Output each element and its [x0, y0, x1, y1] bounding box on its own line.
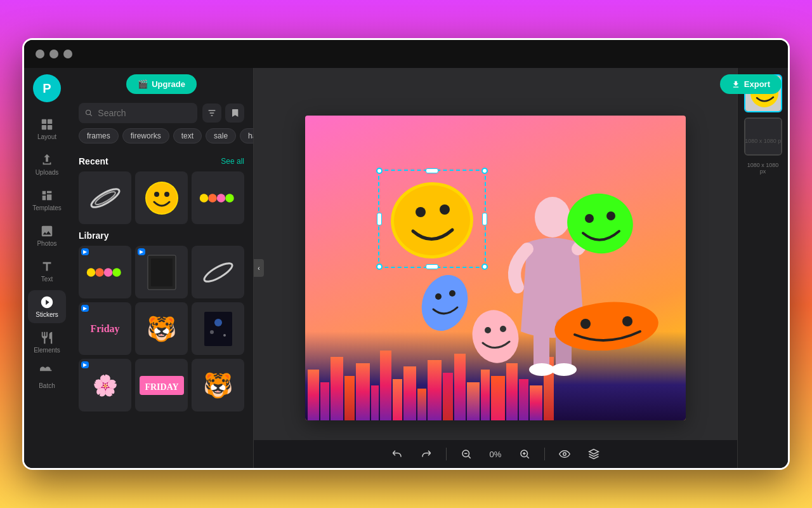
svg-point-23	[210, 330, 214, 334]
svg-rect-19	[151, 258, 173, 286]
svg-point-7	[147, 183, 177, 213]
browser-dot-3	[63, 50, 72, 58]
tag-sale[interactable]: sale	[206, 128, 236, 144]
svg-point-35	[551, 363, 577, 376]
sidebar-label-stickers: Stickers	[36, 311, 58, 318]
svg-point-47	[500, 326, 506, 332]
svg-point-4	[89, 185, 121, 210]
canvas-toolbar: 0%	[254, 440, 737, 468]
browser-titlebar	[24, 40, 788, 68]
export-button[interactable]: Export	[720, 74, 782, 94]
svg-point-13	[225, 194, 234, 203]
sidebar-item-text[interactable]: Text	[28, 255, 66, 288]
sticker-flowers[interactable]: ▶ 🌸	[79, 359, 131, 411]
sidebar-item-elements[interactable]: Elements	[28, 326, 66, 359]
sticker-tiger2[interactable]: 🐯	[192, 359, 244, 411]
bookmark-button[interactable]	[225, 104, 244, 123]
filter-tags: frames fireworks text sale happ	[70, 128, 253, 150]
smiley-pink	[470, 306, 521, 363]
handle-tm[interactable]	[426, 168, 438, 173]
tag-fireworks[interactable]: fireworks	[122, 128, 169, 144]
handle-lm[interactable]	[377, 213, 382, 225]
sidebar-icons: P Layout Uploads Te	[24, 68, 70, 468]
sticker-smiley-yellow-recent[interactable]	[135, 171, 188, 224]
library-sticker-grid: ▶ ▶	[79, 246, 244, 411]
sidebar-item-templates[interactable]: Templates	[28, 184, 66, 217]
svg-point-45	[470, 306, 521, 363]
search-icon	[85, 109, 93, 117]
canvas-area[interactable]: ‹	[254, 68, 737, 468]
smiley-blue	[419, 268, 470, 331]
toolbar-divider-2	[544, 448, 545, 460]
sticker-space-frame[interactable]	[192, 302, 244, 355]
redo-icon	[421, 448, 432, 460]
eye-button[interactable]	[555, 444, 574, 464]
uploads-icon	[40, 153, 54, 167]
zoom-in-button[interactable]	[515, 444, 534, 464]
filter-button[interactable]	[202, 104, 221, 123]
svg-rect-0	[42, 119, 46, 124]
svg-point-30	[440, 204, 450, 215]
undo-button[interactable]	[388, 444, 407, 464]
sticker-badge-3: ▶	[81, 305, 89, 312]
panel-scroll: Recent See all	[70, 150, 253, 468]
svg-point-37	[585, 214, 594, 223]
canvas-right-wrapper: ‹	[254, 68, 788, 468]
search-input[interactable]	[98, 108, 191, 118]
zoom-in-icon	[519, 448, 530, 460]
canvas-background	[305, 116, 686, 420]
sticker-frame-dark[interactable]: ▶	[135, 246, 188, 298]
library-title: Library	[79, 231, 108, 241]
sticker-badge-2: ▶	[138, 248, 145, 255]
eye-icon	[559, 448, 570, 460]
zoom-out-icon	[461, 448, 472, 460]
handle-bl[interactable]	[376, 264, 383, 270]
sticker-friday-label[interactable]: FRIDAY	[135, 359, 188, 411]
panel-collapse-button[interactable]: ‹	[254, 259, 264, 277]
search-bar[interactable]	[79, 103, 197, 123]
zoom-value: 0%	[486, 450, 505, 459]
sticker-swirl[interactable]	[79, 171, 131, 224]
sticker-tiger[interactable]: 🐯	[135, 302, 188, 355]
svg-point-11	[208, 194, 217, 203]
selected-sticker-container[interactable]	[388, 179, 476, 264]
sticker-saturn[interactable]	[192, 246, 244, 298]
svg-point-8	[154, 192, 159, 197]
svg-point-10	[199, 194, 208, 203]
sidebar-label-batch: Batch	[39, 382, 55, 389]
stickers-icon	[40, 295, 54, 309]
text-icon	[40, 260, 54, 274]
sidebar-item-uploads[interactable]: Uploads	[28, 148, 66, 181]
upgrade-button[interactable]: 🎬 Upgrade	[126, 74, 197, 94]
svg-rect-21	[204, 312, 232, 346]
zoom-out-button[interactable]	[457, 444, 476, 464]
layer-button[interactable]	[584, 444, 603, 464]
sticker-neon-balls[interactable]: ▶	[79, 246, 131, 298]
tag-happy[interactable]: happ	[240, 128, 253, 144]
svg-rect-55	[745, 119, 782, 156]
preview-thumb-2[interactable]: 1080 x 1080 px	[744, 117, 782, 156]
bookmark-icon	[230, 108, 240, 118]
handle-tl[interactable]	[376, 168, 383, 174]
svg-point-46	[485, 327, 491, 333]
svg-point-34	[529, 363, 554, 376]
sidebar-item-stickers[interactable]: Stickers	[28, 290, 66, 323]
sticker-colorball[interactable]	[192, 171, 244, 224]
stickers-panel: 🎬 Upgrade	[70, 68, 254, 468]
browser-dot-1	[36, 50, 44, 58]
sidebar-item-batch[interactable]: Batch	[28, 361, 66, 394]
see-all-button[interactable]: See all	[221, 157, 244, 166]
sticker-friday-animated[interactable]: ▶ Friday	[79, 302, 131, 355]
redo-button[interactable]	[417, 444, 436, 464]
sidebar-item-layout[interactable]: Layout	[28, 112, 66, 145]
layout-icon	[40, 117, 54, 131]
canvas-wrapper	[305, 116, 686, 420]
sidebar-item-photos[interactable]: Photos	[28, 219, 66, 252]
logo-button[interactable]: P	[33, 74, 61, 102]
panel-header	[70, 94, 253, 128]
tag-frames[interactable]: frames	[79, 128, 119, 144]
svg-point-39	[553, 300, 660, 351]
right-panel: 1080 x 1080 px 1080 x 1080 px	[737, 68, 788, 468]
svg-point-50	[563, 453, 566, 456]
tag-text[interactable]: text	[173, 128, 202, 144]
